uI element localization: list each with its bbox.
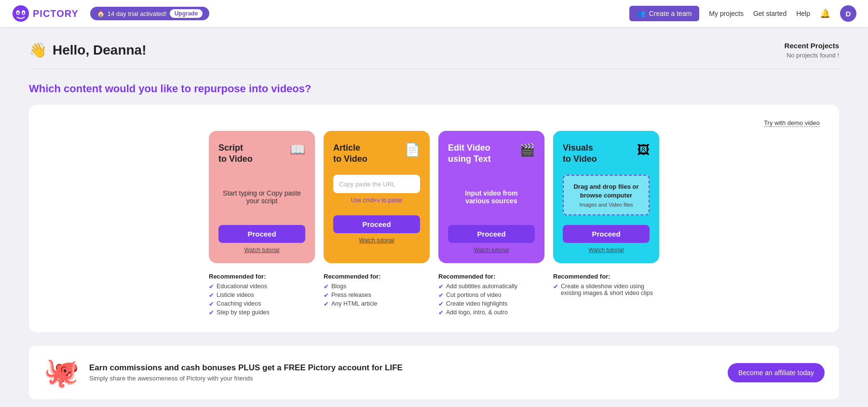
bell-icon[interactable]: 🔔 [820, 8, 830, 19]
team-icon: 👥 [637, 10, 645, 17]
edit-rec-1: ✔Add subtitles automatically [438, 283, 544, 290]
article-watch-tutorial[interactable]: Watch tutorial [333, 237, 420, 244]
script-rec-2: ✔Listicle videos [209, 292, 315, 299]
check-icon: ✔ [209, 292, 214, 299]
article-recommendations: Recommended for: ✔Blogs ✔Press releases … [324, 273, 430, 318]
article-rec-title: Recommended for: [324, 273, 430, 280]
dropzone-sub-text: Images and Video files [569, 202, 644, 208]
trial-icon: 🏠 [97, 10, 105, 17]
edit-proceed-button[interactable]: Proceed [448, 225, 535, 243]
nav-get-started[interactable]: Get started [753, 10, 787, 17]
divider [29, 69, 839, 69]
script-card-title: Script to Video [218, 142, 253, 165]
logo-text: PICTORY [33, 8, 79, 19]
script-rec-4: ✔Step by step guides [209, 309, 315, 316]
visuals-rec-title: Recommended for: [553, 273, 659, 280]
affiliate-subtitle: Simply share the awesomeness of Pictory … [89, 375, 718, 382]
dropzone[interactable]: Drag and drop files or browse computer I… [563, 175, 650, 215]
visuals-card-title: Visuals to Video [563, 142, 597, 165]
script-proceed-button[interactable]: Proceed [218, 225, 305, 243]
visuals-rec-1: ✔Create a slideshow video using existing… [553, 283, 659, 296]
affiliate-title: Earn commissions and cash bonuses PLUS g… [89, 363, 718, 373]
no-projects-text: No projects found ! [785, 52, 839, 59]
paste-hint: Use cmd+v to paste [333, 197, 420, 204]
edit-video-card: Edit Video using Text 🎬 Input video from… [438, 131, 544, 263]
script-rec-1: ✔Educational videos [209, 283, 315, 290]
edit-rec-3: ✔Create video highlights [438, 300, 544, 308]
edit-watch-tutorial[interactable]: Watch tutorial [448, 247, 535, 253]
edit-rec-title: Recommended for: [438, 273, 544, 280]
edit-recommendations: Recommended for: ✔Add subtitles automati… [438, 273, 544, 318]
main-question: Which content would you like to repurpos… [29, 83, 839, 95]
create-team-button[interactable]: 👥 Create a team [629, 6, 700, 21]
article-rec-1: ✔Blogs [324, 283, 430, 290]
dropzone-main-text: Drag and drop files or browse computer [569, 182, 644, 200]
script-to-video-card: Script to Video 📖 Start typing or Copy p… [209, 131, 315, 263]
check-icon: ✔ [438, 300, 444, 308]
check-icon: ✔ [324, 292, 329, 299]
check-icon: ✔ [438, 309, 444, 316]
cards-row: Script to Video 📖 Start typing or Copy p… [39, 131, 829, 263]
affiliate-button[interactable]: Become an affiliate today [728, 363, 825, 382]
visuals-to-video-card: Visuals to Video 🖼 Drag and drop files o… [553, 131, 659, 263]
script-card-body: Start typing or Copy paste your script [218, 175, 305, 219]
check-icon: ✔ [553, 283, 558, 290]
article-card-icon: 📄 [405, 142, 420, 157]
svg-point-0 [13, 5, 29, 22]
check-icon: ✔ [209, 283, 214, 290]
url-placeholder: Copy paste the URL [339, 181, 395, 188]
cards-container: Try with demo video Script to Video 📖 St… [29, 105, 839, 332]
visuals-watch-tutorial[interactable]: Watch tutorial [563, 247, 650, 253]
article-rec-2: ✔Press releases [324, 292, 430, 299]
script-card-header: Script to Video 📖 [218, 142, 305, 165]
demo-link[interactable]: Try with demo video [764, 119, 820, 127]
script-rec-title: Recommended for: [209, 273, 315, 280]
visuals-card-icon: 🖼 [637, 142, 650, 157]
header-right: 👥 Create a team My projects Get started … [629, 5, 856, 22]
svg-point-4 [23, 12, 25, 14]
recent-projects-title: Recent Projects [785, 42, 839, 50]
affiliate-text: Earn commissions and cash bonuses PLUS g… [89, 363, 718, 382]
article-card-title: Article to Video [333, 142, 367, 165]
main-content: 👋 Hello, Deanna! Recent Projects No proj… [0, 27, 868, 407]
edit-card-title: Edit Video using Text [448, 142, 491, 165]
greeting-text: Hello, Deanna! [53, 42, 146, 58]
edit-rec-4: ✔Add logo, intro, & outro [438, 309, 544, 316]
greeting-area: 👋 Hello, Deanna! Recent Projects No proj… [29, 42, 839, 59]
nav-my-projects[interactable]: My projects [709, 10, 744, 17]
recommendations-row: Recommended for: ✔Educational videos ✔Li… [39, 273, 829, 318]
script-watch-tutorial[interactable]: Watch tutorial [218, 247, 305, 253]
check-icon: ✔ [209, 309, 214, 316]
wave-emoji: 👋 [29, 42, 47, 58]
visuals-card-header: Visuals to Video 🖼 [563, 142, 650, 165]
script-recommendations: Recommended for: ✔Educational videos ✔Li… [209, 273, 315, 318]
edit-card-icon: 🎬 [519, 142, 535, 157]
edit-card-header: Edit Video using Text 🎬 [448, 142, 535, 165]
script-card-icon: 📖 [290, 142, 305, 157]
edit-rec-2: ✔Cut portions of video [438, 292, 544, 299]
check-icon: ✔ [438, 283, 444, 290]
script-rec-3: ✔Coaching videos [209, 300, 315, 308]
nav-help[interactable]: Help [796, 10, 810, 17]
visuals-recommendations: Recommended for: ✔Create a slideshow vid… [553, 273, 659, 318]
recent-projects-panel: Recent Projects No projects found ! [785, 42, 839, 59]
logo: PICTORY [12, 4, 79, 23]
article-rec-3: ✔Any HTML article [324, 300, 430, 308]
check-icon: ✔ [209, 300, 214, 308]
article-to-video-card: Article to Video 📄 Copy paste the URL Us… [324, 131, 430, 263]
url-input-wrap: Copy paste the URL [333, 175, 420, 193]
avatar[interactable]: D [840, 5, 856, 22]
trial-label: 14 day trial activated! [108, 10, 167, 17]
svg-point-3 [17, 12, 19, 14]
trial-badge: 🏠 14 day trial activated! Upgrade [90, 7, 210, 20]
upgrade-button[interactable]: Upgrade [170, 9, 203, 18]
demo-link-row: Try with demo video [39, 119, 829, 127]
article-proceed-button[interactable]: Proceed [333, 215, 420, 233]
check-icon: ✔ [324, 283, 329, 290]
header: PICTORY 🏠 14 day trial activated! Upgrad… [0, 0, 868, 27]
article-card-header: Article to Video 📄 [333, 142, 420, 165]
octopus-icon: 🐙 [43, 355, 80, 390]
edit-card-body: Input video from various sources [448, 175, 535, 219]
check-icon: ✔ [324, 300, 329, 308]
visuals-proceed-button[interactable]: Proceed [563, 225, 650, 243]
